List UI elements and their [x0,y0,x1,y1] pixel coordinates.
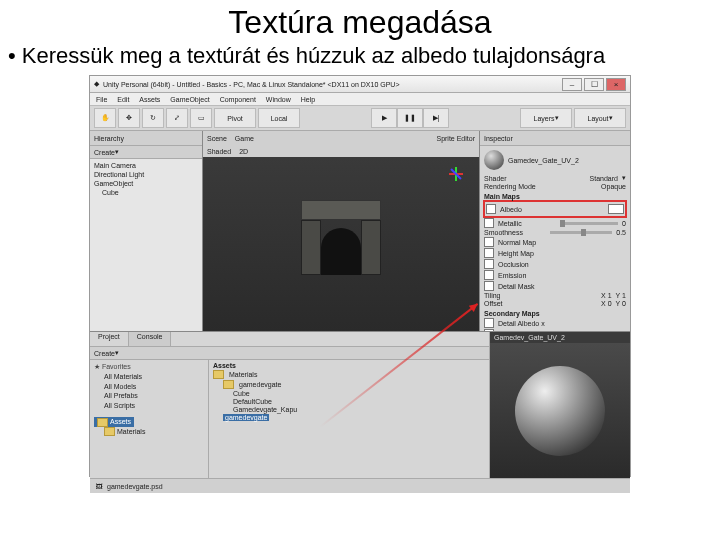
menu-window[interactable]: Window [266,96,291,103]
albedo-color[interactable] [608,204,624,214]
step-icon: ▶| [433,114,440,122]
tab-game[interactable]: Game [235,135,254,142]
folder-materials[interactable]: Materials [117,428,145,435]
tab-console[interactable]: Console [129,332,172,346]
hand-icon: ✋ [101,114,110,122]
favorites-header[interactable]: Favorites [102,363,131,370]
menu-file[interactable]: File [96,96,107,103]
status-text: gamedevgate.psd [107,483,163,490]
preview-title: Gamedev_Gate_UV_2 [490,332,630,343]
menubar: File Edit Assets GameObject Component Wi… [90,93,630,106]
tab-sprite-editor[interactable]: Sprite Editor [436,135,475,142]
normalmap2-label: Normal Map [498,331,618,332]
hierarchy-create[interactable]: Create [94,149,115,156]
normalmap2-value: 1 [622,331,626,332]
occlusion-label: Occlusion [498,261,626,268]
project-panel: Project Console Create ▾ ★ Favorites All… [90,332,489,478]
emission-slot[interactable] [484,270,494,280]
project-create[interactable]: Create [94,350,115,357]
local-toggle[interactable]: Local [258,108,300,128]
tab-scene[interactable]: Scene [207,135,227,142]
folder-icon [104,427,115,436]
tool-rect[interactable]: ▭ [190,108,212,128]
play-icon: ▶ [382,114,387,122]
step-button[interactable]: ▶| [423,108,449,128]
project-tree: ★ Favorites All Materials All Models All… [90,360,209,478]
tiling-x[interactable]: X 1 [601,292,612,299]
scene-gizmo[interactable] [439,163,473,197]
offset-y[interactable]: Y 0 [616,300,626,307]
detailmask-slot[interactable] [484,281,494,291]
scene-2d-toggle[interactable]: 2D [239,148,248,155]
layers-dropdown[interactable]: Layers ▾ [520,108,572,128]
asset-selected: gamedevgate [223,414,269,421]
fav-item[interactable]: All Scripts [104,401,204,411]
gate-model [301,200,381,280]
preview-viewport[interactable] [490,343,630,478]
rendermode-dropdown[interactable]: Opaque [601,183,626,190]
scene-viewport[interactable] [203,157,479,331]
fav-item[interactable]: All Materials [104,372,204,382]
window-title: Unity Personal (64bit) - Untitled - Basi… [103,81,399,88]
pause-button[interactable]: ❚❚ [397,108,423,128]
scene-shaded-dropdown[interactable]: Shaded [207,148,231,155]
minimize-button[interactable]: – [562,78,582,91]
albedo-texture-slot[interactable] [486,204,496,214]
unity-screenshot: ◆ Unity Personal (64bit) - Untitled - Ba… [89,75,631,477]
maximize-button[interactable]: ☐ [584,78,604,91]
occlusion-slot[interactable] [484,259,494,269]
rect-icon: ▭ [198,114,205,122]
close-button[interactable]: × [606,78,626,91]
metallic-value: 0 [622,220,626,227]
tiling-y[interactable]: Y 1 [616,292,626,299]
asset-item[interactable]: DefaultCube [233,398,272,405]
heightmap-slot[interactable] [484,248,494,258]
assets-root[interactable]: Assets [110,418,131,425]
menu-gameobject[interactable]: GameObject [170,96,209,103]
tool-scale[interactable]: ⤢ [166,108,188,128]
chevron-down-icon: ▾ [115,349,119,357]
menu-component[interactable]: Component [220,96,256,103]
asset-item[interactable]: Gamedevgate_Kapu [233,406,297,413]
fav-item[interactable]: All Prefabs [104,391,204,401]
normalmap-slot[interactable] [484,237,494,247]
material-preview-panel: Gamedev_Gate_UV_2 [489,332,630,478]
pivot-toggle[interactable]: Pivot [214,108,256,128]
folder-icon [223,380,234,389]
normalmap2-slot[interactable] [484,329,494,331]
tool-move[interactable]: ✥ [118,108,140,128]
hierarchy-item[interactable]: Main Camera [94,161,198,170]
menu-edit[interactable]: Edit [117,96,129,103]
offset-x[interactable]: X 0 [601,300,612,307]
hierarchy-title: Hierarchy [94,135,124,142]
menu-help[interactable]: Help [301,96,315,103]
shader-dropdown[interactable]: Standard [590,175,618,182]
hierarchy-child[interactable]: Cube [102,188,198,197]
asset-item[interactable]: gamedevgate [239,381,281,388]
image-icon: 🖼 [96,483,103,490]
asset-selected-label[interactable]: gamedevgate [225,414,267,421]
play-button[interactable]: ▶ [371,108,397,128]
detailalbedo-slot[interactable] [484,318,494,328]
fav-item[interactable]: All Models [104,382,204,392]
detailmask-label: Detail Mask [498,283,626,290]
smoothness-slider[interactable] [550,231,612,234]
asset-item[interactable]: Cube [233,390,250,397]
slide-title: Textúra megadása [0,4,720,41]
assets-breadcrumb[interactable]: Assets [213,362,485,369]
minimize-icon: – [570,80,574,89]
menu-assets[interactable]: Assets [139,96,160,103]
scale-icon: ⤢ [174,114,180,122]
material-name: Gamedev_Gate_UV_2 [508,157,579,164]
maximize-icon: ☐ [591,80,598,89]
local-label: Local [271,115,288,122]
hierarchy-item[interactable]: GameObject [94,179,198,188]
hierarchy-item[interactable]: Directional Light [94,170,198,179]
tool-hand[interactable]: ✋ [94,108,116,128]
tool-rotate[interactable]: ↻ [142,108,164,128]
tab-project[interactable]: Project [90,332,129,346]
asset-item[interactable]: Materials [229,371,257,378]
metallic-slider[interactable] [560,222,618,225]
layout-dropdown[interactable]: Layout ▾ [574,108,626,128]
metallic-slot[interactable] [484,218,494,228]
